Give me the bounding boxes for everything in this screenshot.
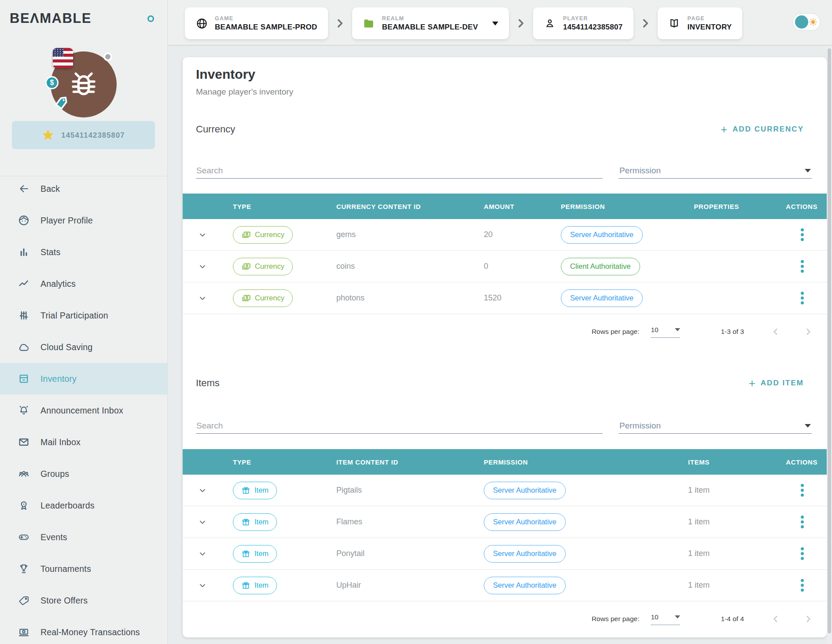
- currency-content-id: gems: [326, 230, 473, 239]
- chevron-down-icon[interactable]: [492, 22, 498, 26]
- row-actions-kebab-icon[interactable]: [799, 545, 806, 562]
- scrollbar-thumb[interactable]: [828, 48, 831, 633]
- expand-chevron-icon[interactable]: [198, 549, 207, 559]
- chevron-right-icon: [633, 18, 658, 29]
- tag-icon: [18, 594, 30, 607]
- sidebar-item-tournaments[interactable]: Tournaments: [0, 553, 167, 585]
- player-avatar: $: [51, 51, 117, 117]
- row-actions-kebab-icon[interactable]: [799, 258, 806, 274]
- beamable-logo: BEΛMABLE: [10, 11, 92, 26]
- breadcrumb-player[interactable]: PLAYER 14541142385807: [533, 7, 633, 39]
- currency-amount: 1520: [473, 293, 550, 303]
- star-icon: [42, 129, 54, 141]
- expand-chevron-icon[interactable]: [198, 517, 207, 527]
- next-page-button[interactable]: [803, 326, 814, 337]
- expand-chevron-icon[interactable]: [198, 581, 207, 590]
- sidebar-item-leaderboards[interactable]: Leaderboards: [0, 490, 167, 521]
- currency-filters: Permission: [196, 162, 812, 179]
- item-type-badge: Item: [233, 577, 277, 594]
- pagination-range: 1-3 of 3: [721, 328, 744, 336]
- breadcrumb-realm[interactable]: REALM BEAMABLE SAMPLE-DEV: [352, 7, 509, 39]
- sidebar: BEΛMABLE $: [0, 0, 168, 644]
- items-permission-filter[interactable]: Permission: [618, 418, 812, 434]
- currency-search-input[interactable]: [196, 163, 603, 179]
- bell-icon: [18, 404, 30, 417]
- permission-badge: Server Authoritative: [484, 482, 566, 499]
- currency-table-row: Currency gems 20 Server Authoritative: [183, 219, 827, 251]
- sidebar-item-trial-participation[interactable]: Trial Participation: [0, 300, 167, 331]
- status-ring-icon: [147, 15, 154, 22]
- banknote-icon: [241, 262, 251, 271]
- plus-icon: +: [749, 377, 756, 389]
- currency-type-badge: Currency: [233, 289, 293, 307]
- sidebar-item-player-profile[interactable]: Player Profile: [0, 205, 167, 236]
- tag-badge-icon: [52, 95, 70, 113]
- bar-chart-icon: [18, 246, 30, 258]
- currency-heading: Currency: [196, 124, 235, 135]
- currency-table-row: Currency coins 0 Client Authoritative: [183, 251, 827, 282]
- items-search-input[interactable]: [196, 418, 603, 434]
- permission-badge: Client Authoritative: [561, 258, 640, 275]
- row-actions-kebab-icon[interactable]: [799, 482, 806, 498]
- rows-per-page-select[interactable]: 10: [651, 613, 680, 625]
- expand-chevron-icon[interactable]: [198, 230, 207, 240]
- sidebar-item-back[interactable]: Back: [0, 173, 167, 205]
- next-page-button[interactable]: [803, 614, 814, 624]
- permission-badge: Server Authoritative: [561, 289, 643, 307]
- previous-page-button[interactable]: [770, 326, 781, 337]
- previous-page-button[interactable]: [770, 614, 781, 624]
- sidebar-item-cloud-saving[interactable]: Cloud Saving: [0, 331, 167, 363]
- sidebar-item-events[interactable]: Events: [0, 521, 167, 553]
- currency-amount: 20: [473, 230, 550, 239]
- row-actions-kebab-icon[interactable]: [799, 290, 806, 306]
- page-subtitle: Manage player's inventory: [196, 87, 293, 97]
- row-actions-kebab-icon[interactable]: [799, 577, 806, 593]
- items-table-row: Item Pigtails Server Authoritative 1 ite…: [183, 475, 827, 506]
- rows-per-page-select[interactable]: 10: [651, 326, 680, 338]
- sidebar-item-mail-inbox[interactable]: Mail Inbox: [0, 426, 167, 458]
- banknote-icon: [18, 626, 30, 638]
- items-filters: Permission: [196, 417, 812, 434]
- currency-section-header: Currency + ADD CURRENCY: [196, 123, 806, 135]
- add-item-button[interactable]: + ADD ITEM: [746, 377, 806, 389]
- sidebar-item-stats[interactable]: Stats: [0, 236, 167, 268]
- book-icon: [668, 18, 681, 29]
- sidebar-item-announcement-inbox[interactable]: Announcement Inbox: [0, 395, 167, 426]
- gift-icon: [241, 517, 250, 527]
- globe-icon: [195, 18, 208, 29]
- expand-chevron-icon[interactable]: [198, 293, 207, 303]
- add-currency-button[interactable]: + ADD CURRENCY: [718, 123, 806, 135]
- chevron-down-icon: [805, 424, 811, 428]
- sidebar-item-inventory[interactable]: Inventory: [0, 363, 167, 395]
- expand-chevron-icon[interactable]: [198, 486, 207, 495]
- item-type-badge: Item: [233, 482, 277, 499]
- item-count: 1 item: [649, 486, 748, 495]
- permission-badge: Server Authoritative: [484, 577, 566, 594]
- item-type-badge: Item: [233, 513, 277, 531]
- chevron-down-icon: [675, 328, 680, 331]
- sidebar-item-groups[interactable]: Groups: [0, 458, 167, 490]
- sidebar-item-real-money-transactions[interactable]: Real-Money Transactions: [0, 616, 167, 644]
- sidebar-nav: Back Player Profile Stats Analytics Tria…: [0, 173, 167, 644]
- gift-icon: [241, 549, 250, 558]
- chevron-right-icon: [328, 18, 352, 29]
- currency-permission-filter[interactable]: Permission: [618, 163, 812, 179]
- cloud-icon: [18, 341, 30, 353]
- theme-toggle[interactable]: [792, 13, 821, 31]
- us-flag-icon: [53, 48, 73, 68]
- envelope-icon: [18, 436, 30, 448]
- items-table-row: Item Flames Server Authoritative 1 item: [183, 506, 827, 538]
- sidebar-item-store-offers[interactable]: Store Offers: [0, 585, 167, 616]
- breadcrumb-game[interactable]: GAME BEAMABLE SAMPLE-PROD: [185, 7, 328, 39]
- expand-chevron-icon[interactable]: [198, 262, 207, 271]
- sidebar-item-analytics[interactable]: Analytics: [0, 268, 167, 300]
- people-icon: [18, 468, 30, 480]
- item-type-badge: Item: [233, 545, 277, 563]
- scrollbar-track[interactable]: [827, 47, 832, 644]
- breadcrumb-page[interactable]: PAGE INVENTORY: [658, 7, 743, 39]
- face-icon: [18, 214, 30, 227]
- gift-icon: [241, 581, 250, 590]
- row-actions-kebab-icon[interactable]: [799, 227, 806, 243]
- banknote-icon: [241, 230, 251, 240]
- row-actions-kebab-icon[interactable]: [799, 514, 806, 530]
